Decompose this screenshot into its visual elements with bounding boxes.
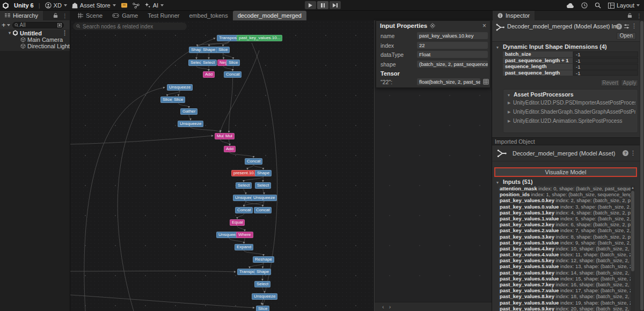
cloud-button[interactable]: [566, 3, 574, 9]
dims-heading[interactable]: Dynamic Input Shape Dimensions (4): [503, 43, 607, 50]
play-button[interactable]: [305, 1, 316, 9]
foldout-closed-icon[interactable]: ▶: [508, 101, 510, 105]
dim-value-input[interactable]: -1: [573, 70, 638, 76]
pager-next-button[interactable]: ›: [389, 303, 391, 310]
kebab-menu-icon[interactable]: ⋮: [631, 23, 637, 29]
graph-node-select[interactable]: Select: [236, 182, 252, 189]
graph-node-unsqueeze[interactable]: Unsqueeze: [251, 195, 277, 201]
graph-node-select[interactable]: Select: [254, 281, 270, 287]
help-icon[interactable]: ?: [616, 24, 622, 29]
dim-value-input[interactable]: -1: [573, 58, 638, 64]
kebab-menu-icon[interactable]: ⋮: [636, 13, 642, 19]
input-row[interactable]: past_key_values.7.value index: 17, shape…: [499, 287, 631, 293]
graph-node-concat[interactable]: Concat: [254, 207, 272, 213]
graph-node-expand[interactable]: Expand: [235, 244, 253, 250]
graph-node-where[interactable]: Where: [236, 232, 253, 238]
input-row[interactable]: past_key_values.0.key index: 2, shape: (…: [499, 197, 631, 203]
graph-node-select[interactable]: Select: [255, 182, 271, 189]
input-row[interactable]: past_key_values.7.key index: 16, shape: …: [499, 282, 631, 287]
graph-node-mul[interactable]: Mul: [223, 133, 235, 139]
graph-node-slice[interactable]: Slice: [172, 97, 185, 103]
ai-menu[interactable]: AI: [144, 2, 164, 9]
postprocessor-item[interactable]: UnityEditor.ShaderGraph.ShaderGraphAsset…: [513, 109, 635, 115]
hierarchy-row-directional-light[interactable]: Directional Light: [0, 43, 70, 49]
search-filter-icon[interactable]: [57, 23, 62, 27]
scroll-up-icon[interactable]: ▲: [631, 186, 635, 190]
graph-node-reshape[interactable]: Reshape: [253, 256, 274, 263]
postprocessor-item[interactable]: UnityEditor.U2D.Animation.SpritePostProc…: [513, 118, 635, 124]
model-graph-canvas[interactable]: Transposepast_key_values.10...ShapeShape…: [70, 20, 374, 311]
input-row[interactable]: past_key_values.2.value index: 7, shape:…: [499, 227, 631, 233]
input-row[interactable]: past_key_values.1.value index: 5, shape:…: [499, 216, 631, 221]
input-row[interactable]: attention_mask index: 0, shape: (batch_s…: [499, 186, 631, 191]
graph-search-input[interactable]: Search nodes & related index: [73, 23, 187, 30]
hierarchy-row-scene[interactable]: ▾ Untitled ⋮: [0, 29, 70, 36]
inspector-scrollbar[interactable]: [640, 20, 644, 311]
foldout-closed-icon[interactable]: ▶: [508, 110, 510, 114]
input-row[interactable]: past_key_values.5.value index: 13, shape…: [499, 263, 631, 269]
graph-node-gather[interactable]: Gather: [180, 108, 197, 115]
input-row[interactable]: past_key_values.6.key index: 14, shape: …: [499, 270, 631, 276]
account-menu[interactable]: XD: [45, 2, 67, 9]
foldout-open-icon[interactable]: ▾: [508, 93, 510, 98]
graph-node-shape[interactable]: Shape: [254, 269, 271, 275]
graph-node-shape[interactable]: Shape: [255, 170, 272, 176]
visualize-model-button[interactable]: Visualize Model: [494, 167, 637, 177]
kebab-menu-icon[interactable]: ⋮: [630, 150, 636, 157]
graph-node-select[interactable]: Select: [201, 60, 217, 66]
graph-node-past-key-values-10-[interactable]: past_key_values.10...: [237, 35, 282, 41]
input-row[interactable]: past_key_values.2.key index: 6, shape: (…: [499, 221, 631, 227]
hierarchy-search-input[interactable]: All: [12, 22, 64, 28]
kebab-menu-icon[interactable]: ⋮: [62, 13, 68, 19]
graph-node-unsqueeze[interactable]: Unsqueeze: [252, 293, 277, 300]
dim-value-input[interactable]: -1: [573, 51, 638, 57]
tab-hierarchy[interactable]: Hierarchy: [0, 11, 43, 20]
presets-icon[interactable]: [624, 24, 630, 29]
input-row[interactable]: past_key_values.0.value index: 3, shape:…: [499, 204, 631, 210]
apply-button[interactable]: Apply: [621, 79, 638, 86]
graph-node-slice[interactable]: Slice: [256, 306, 269, 311]
pager-prev-button[interactable]: ‹: [382, 303, 384, 310]
graph-node-shape[interactable]: Shape: [201, 47, 217, 53]
input-row[interactable]: past_key_values.3.key index: 8, shape: (…: [499, 234, 631, 240]
graph-node-unsqueeze[interactable]: Unsqueeze: [178, 121, 203, 127]
graph-node-concat[interactable]: Concat: [224, 71, 241, 78]
graph-node-concat[interactable]: Concat: [235, 207, 253, 213]
open-button[interactable]: Open: [617, 32, 636, 40]
tab-game[interactable]: Game: [107, 11, 143, 20]
property-value-field[interactable]: 22: [417, 42, 488, 49]
scrollbar-thumb[interactable]: [631, 191, 634, 271]
input-row[interactable]: past_key_values.3.value index: 9, shape:…: [499, 240, 631, 246]
history-button[interactable]: [581, 2, 588, 9]
tensor-value-field[interactable]: float(batch_size, 2, past_sec: [417, 78, 480, 85]
postprocessors-heading[interactable]: Asset PostProcessors: [514, 91, 573, 98]
input-row[interactable]: past_key_values.8.value index: 19, shape…: [499, 300, 631, 306]
tab-embed-tokens[interactable]: embed_tokens: [184, 11, 232, 20]
hierarchy-row-main-camera[interactable]: Main Camera: [0, 36, 70, 43]
input-row[interactable]: past_key_values.9.key index: 20, shape: …: [499, 306, 631, 311]
inputs-heading[interactable]: Inputs (51): [503, 179, 533, 185]
dim-value-input[interactable]: -1: [573, 64, 638, 70]
tensor-grid-icon[interactable]: [483, 79, 489, 85]
graph-node-add[interactable]: Add: [224, 146, 236, 152]
foldout-open-icon[interactable]: ▾: [496, 45, 499, 50]
graph-node-unsqueeze[interactable]: Unsqueeze: [167, 84, 193, 91]
graph-node-slice[interactable]: Slice: [216, 47, 230, 53]
graph-node-concat[interactable]: Concat: [245, 158, 262, 165]
property-value-field[interactable]: past_key_values.10.key: [417, 32, 488, 39]
layout-menu[interactable]: Layout: [608, 2, 640, 9]
asset-store-menu[interactable]: Asset Store: [72, 2, 116, 9]
input-row[interactable]: past_key_values.4.value index: 11, shape…: [499, 251, 631, 257]
property-value-field[interactable]: (batch_size, 2, past_sequence_l: [417, 61, 488, 68]
foldout-closed-icon[interactable]: ▶: [508, 119, 510, 123]
chevron-down-icon[interactable]: [7, 24, 10, 26]
graph-node-add[interactable]: Add: [203, 71, 215, 78]
add-object-button[interactable]: +: [2, 23, 6, 28]
input-row[interactable]: past_key_values.8.key index: 18, shape: …: [499, 293, 631, 299]
network-button[interactable]: [133, 3, 140, 9]
postprocessor-item[interactable]: UnityEditor.U2D.PSD.PSDImporterAssetPost…: [513, 100, 635, 106]
pause-button[interactable]: [317, 1, 328, 9]
tab-scene[interactable]: Scene: [73, 11, 107, 20]
input-row[interactable]: past_key_values.5.key index: 12, shape: …: [499, 257, 631, 263]
tab-test-runner[interactable]: Test Runner: [143, 11, 184, 20]
